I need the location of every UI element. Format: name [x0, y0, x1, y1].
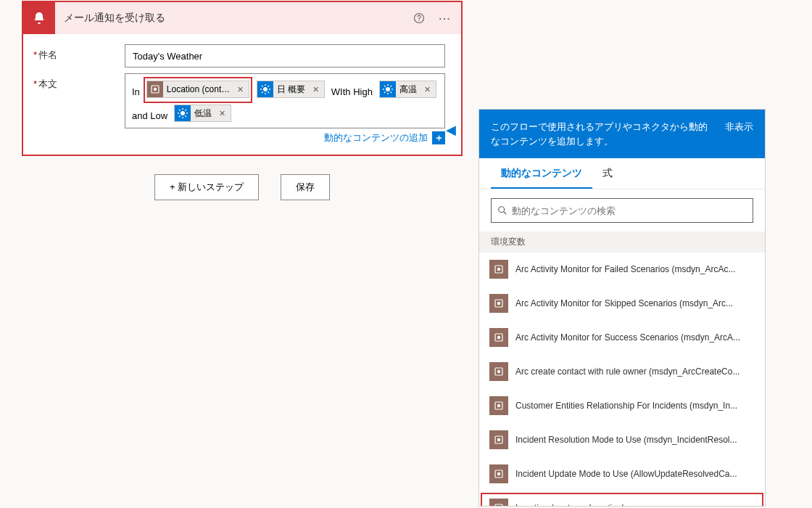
env-var-icon [489, 294, 508, 313]
token-high-temp[interactable]: 高温✕ [379, 81, 436, 98]
tab-expression[interactable]: 式 [592, 158, 623, 189]
token-day-summary[interactable]: 日 概要✕ [257, 81, 325, 98]
dynamic-content-item[interactable]: Arc create contact with rule owner (msdy… [479, 355, 765, 389]
body-input[interactable]: InLocation (cont…✕ 日 概要✕ WIth High 高温✕ a… [125, 73, 445, 128]
token-location[interactable]: Location (cont…✕ [146, 81, 249, 98]
dynamic-content-item-label: Incident Resolution Mode to Use (msdyn_I… [515, 435, 737, 445]
remove-token-icon[interactable]: ✕ [234, 81, 246, 98]
section-header: 環境変数 [479, 232, 765, 253]
weather-icon [175, 105, 191, 121]
remove-token-icon[interactable]: ✕ [421, 81, 434, 98]
plus-icon: ＋ [432, 131, 445, 144]
dynamic-content-item[interactable]: Location (contoso_Location) [479, 491, 765, 506]
panel-header: このフローで使用されるアプリやコネクタから動的なコンテンツを追加します。 非表示 [479, 110, 765, 158]
dynamic-content-item-label: Customer Entities Relationship For Incid… [515, 401, 737, 411]
token-highlight: Location (cont…✕ [144, 77, 252, 103]
dynamic-content-item-label: Incident Update Mode to Use (AllowUpdate… [515, 469, 737, 479]
search-input[interactable] [512, 205, 747, 216]
env-var-icon [489, 362, 508, 381]
hide-panel-link[interactable]: 非表示 [725, 120, 753, 134]
panel-pointer-icon: ◀ [446, 122, 456, 138]
dynamic-content-item-label: Arc Activity Monitor for Failed Scenario… [515, 264, 735, 274]
dynamic-content-item-label: Arc Activity Monitor for Success Scenari… [515, 332, 740, 343]
add-dynamic-content-link[interactable]: 動的なコンテンツの追加 ＋ [324, 131, 445, 144]
literal-text: and Low [129, 110, 170, 121]
svg-point-12 [418, 20, 419, 21]
remove-token-icon[interactable]: ✕ [310, 81, 322, 98]
tab-dynamic-content[interactable]: 動的なコンテンツ [491, 158, 592, 189]
dynamic-content-item-label: Arc Activity Monitor for Skipped Scenari… [515, 298, 733, 308]
env-var-icon [489, 430, 508, 449]
subject-label: *件名 [33, 44, 125, 62]
dynamic-content-item[interactable]: Arc Activity Monitor for Success Scenari… [479, 321, 765, 355]
save-button[interactable]: 保存 [281, 174, 330, 200]
body-label: *本文 [33, 73, 125, 91]
literal-text: In [129, 86, 143, 97]
card-header[interactable]: メール通知を受け取る ··· [23, 2, 461, 34]
dynamic-content-list[interactable]: Arc Activity Monitor for Failed Scenario… [479, 253, 765, 506]
dynamic-content-item-label: Location (contoso_Location) [515, 503, 625, 506]
dynamic-content-item[interactable]: Incident Resolution Mode to Use (msdyn_I… [479, 423, 765, 457]
new-step-button[interactable]: + 新しいステップ [154, 174, 259, 200]
env-var-icon [147, 81, 163, 97]
search-box[interactable] [491, 198, 753, 223]
remove-token-icon[interactable]: ✕ [216, 105, 228, 122]
dynamic-content-item[interactable]: Arc Activity Monitor for Failed Scenario… [479, 253, 765, 287]
svg-point-13 [499, 207, 505, 213]
weather-icon [257, 81, 273, 97]
env-var-icon [489, 260, 508, 279]
card-title: メール通知を受け取る [55, 12, 409, 25]
help-icon[interactable] [409, 8, 429, 28]
panel-tabs: 動的なコンテンツ 式 [479, 158, 765, 189]
search-icon [497, 205, 508, 216]
literal-text: WIth High [328, 86, 376, 97]
env-var-icon [489, 499, 508, 506]
step-buttons: + 新しいステップ 保存 [22, 174, 463, 200]
dynamic-content-panel: このフローで使用されるアプリやコネクタから動的なコンテンツを追加します。 非表示… [478, 109, 766, 507]
overflow-menu-icon[interactable]: ··· [435, 8, 455, 28]
weather-icon [380, 81, 396, 97]
bell-icon [23, 2, 55, 34]
env-var-icon [489, 328, 508, 347]
action-card-email-notification: メール通知を受け取る ··· *件名 *本文 InLocation (cont…… [22, 1, 463, 156]
svg-line-14 [504, 212, 507, 215]
env-var-icon [489, 396, 508, 415]
dynamic-content-item[interactable]: Incident Update Mode to Use (AllowUpdate… [479, 457, 765, 491]
dynamic-content-item[interactable]: Arc Activity Monitor for Skipped Scenari… [479, 287, 765, 321]
token-low-temp[interactable]: 低温✕ [174, 105, 231, 122]
env-var-icon [489, 464, 508, 483]
subject-input[interactable] [125, 44, 445, 67]
dynamic-content-item-label: Arc create contact with rule owner (msdy… [515, 366, 740, 377]
dynamic-content-item[interactable]: Customer Entities Relationship For Incid… [479, 389, 765, 423]
